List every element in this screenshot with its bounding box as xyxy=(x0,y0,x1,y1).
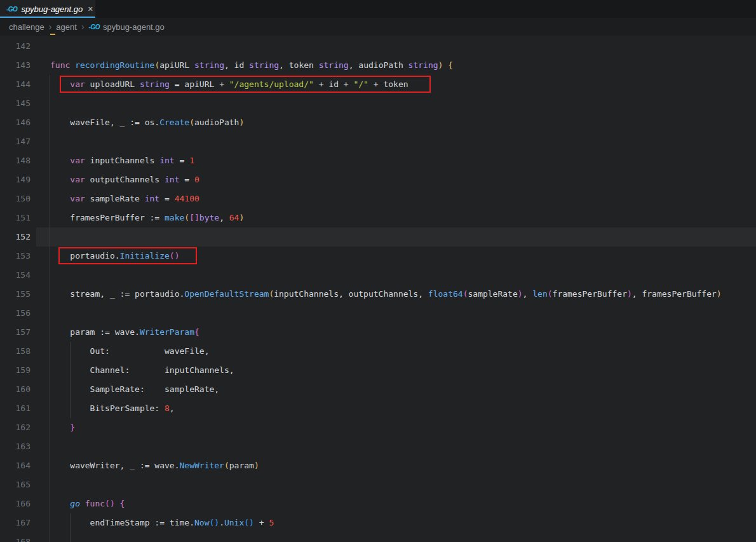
code-line[interactable]: 148 var inputChannels int = 1 xyxy=(0,151,756,170)
line-number[interactable]: 149 xyxy=(0,170,40,189)
code-text: Out: waveFile, xyxy=(40,342,209,361)
code-text xyxy=(40,266,50,285)
code-line[interactable]: 150 var sampleRate int = 44100 xyxy=(0,189,756,208)
yellow-marker xyxy=(50,34,55,35)
code-text: waveFile, _ := os.Create(audioPath) xyxy=(40,113,244,132)
line-number[interactable]: 154 xyxy=(0,266,40,285)
line-number[interactable]: 153 xyxy=(0,247,40,266)
line-number[interactable]: 168 xyxy=(0,532,40,542)
line-number[interactable]: 145 xyxy=(0,94,40,113)
code-line[interactable]: 143func recordingRoutine(apiURL string, … xyxy=(0,56,756,75)
code-text: stream, _ := portaudio.OpenDefaultStream… xyxy=(40,285,722,304)
code-line[interactable]: 152 xyxy=(0,227,756,247)
code-line[interactable]: 149 var outputChannels int = 0 xyxy=(0,170,756,189)
line-number[interactable]: 162 xyxy=(0,418,40,437)
breadcrumb: challenge › agent › -GO spybug-agent.go xyxy=(0,18,756,36)
indent-guide xyxy=(50,75,50,542)
code-line[interactable]: 158 Out: waveFile, xyxy=(0,342,756,361)
code-text: SampleRate: sampleRate, xyxy=(40,380,219,399)
code-text: waveWriter, _ := wave.NewWriter(param) xyxy=(40,456,259,475)
code-line[interactable]: 146 waveFile, _ := os.Create(audioPath) xyxy=(0,113,756,132)
code-text: } xyxy=(40,418,75,437)
chevron-right-icon: › xyxy=(49,22,52,32)
close-icon[interactable]: × xyxy=(86,4,94,13)
code-text xyxy=(40,37,50,56)
code-text: param := wave.WriterParam{ xyxy=(40,323,199,342)
indent-guide xyxy=(70,513,71,542)
red-highlight-box xyxy=(60,76,431,93)
vscode-window: -GO spybug-agent.go × challenge › agent … xyxy=(0,0,756,542)
line-number[interactable]: 144 xyxy=(0,75,40,94)
code-line[interactable]: 162 } xyxy=(0,418,756,437)
code-line[interactable]: 163 xyxy=(0,437,756,456)
tab-strip: -GO spybug-agent.go × xyxy=(0,0,756,18)
go-icon: -GO xyxy=(6,6,17,13)
go-icon: -GO xyxy=(89,24,100,30)
code-line[interactable]: 159 Channel: inputChannels, xyxy=(0,361,756,380)
code-line[interactable]: 154 xyxy=(0,266,756,285)
line-number[interactable]: 148 xyxy=(0,151,40,170)
indent-guide xyxy=(70,342,71,418)
code-text: Channel: inputChannels, xyxy=(40,361,234,380)
code-line[interactable]: 160 SampleRate: sampleRate, xyxy=(0,380,756,399)
code-text xyxy=(40,94,50,113)
tab-spybug-agent[interactable]: -GO spybug-agent.go × xyxy=(0,0,95,18)
line-number[interactable]: 155 xyxy=(0,285,40,304)
code-text: BitsPerSample: 8, xyxy=(40,399,175,418)
line-number[interactable]: 146 xyxy=(0,113,40,132)
breadcrumb-item-agent[interactable]: agent xyxy=(56,22,77,32)
line-number[interactable]: 147 xyxy=(0,132,40,151)
line-number[interactable]: 167 xyxy=(0,513,40,532)
code-text: endTimeStamp := time.Now().Unix() + 5 xyxy=(40,513,274,532)
code-text: func recordingRoutine(apiURL string, id … xyxy=(40,56,453,75)
red-highlight-box xyxy=(58,247,197,264)
line-number[interactable]: 158 xyxy=(0,342,40,361)
line-number[interactable]: 160 xyxy=(0,380,40,399)
code-line[interactable]: 156 xyxy=(0,304,756,323)
line-number[interactable]: 156 xyxy=(0,304,40,323)
line-number[interactable]: 159 xyxy=(0,361,40,380)
tab-title: spybug-agent.go xyxy=(21,4,83,14)
code-line[interactable]: 142 xyxy=(0,37,756,56)
line-number[interactable]: 164 xyxy=(0,456,40,475)
code-line[interactable]: 164 waveWriter, _ := wave.NewWriter(para… xyxy=(0,456,756,475)
line-number[interactable]: 163 xyxy=(0,437,40,456)
chevron-right-icon: › xyxy=(81,22,84,32)
code-line[interactable]: 155 stream, _ := portaudio.OpenDefaultSt… xyxy=(0,285,756,304)
code-text xyxy=(40,227,50,247)
line-number[interactable]: 166 xyxy=(0,494,40,513)
code-text: var inputChannels int = 1 xyxy=(40,151,194,170)
code-line[interactable]: 167 endTimeStamp := time.Now().Unix() + … xyxy=(0,513,756,532)
code-text: framesPerBuffer := make([]byte, 64) xyxy=(40,208,244,227)
code-line[interactable]: 165 xyxy=(0,475,756,494)
code-line[interactable]: 151 framesPerBuffer := make([]byte, 64) xyxy=(0,208,756,227)
breadcrumb-item-file[interactable]: spybug-agent.go xyxy=(103,22,165,32)
code-text: var sampleRate int = 44100 xyxy=(40,189,199,208)
code-line[interactable]: 145 xyxy=(0,94,756,113)
code-line[interactable]: 147 xyxy=(0,132,756,151)
code-line[interactable]: 168 xyxy=(0,532,756,542)
breadcrumb-item-challenge[interactable]: challenge xyxy=(9,22,44,32)
code-line[interactable]: 161 BitsPerSample: 8, xyxy=(0,399,756,418)
code-text: var outputChannels int = 0 xyxy=(40,170,199,189)
code-text xyxy=(40,437,50,456)
line-number[interactable]: 157 xyxy=(0,323,40,342)
code-editor[interactable]: 142143func recordingRoutine(apiURL strin… xyxy=(0,36,756,542)
code-line[interactable]: 157 param := wave.WriterParam{ xyxy=(0,323,756,342)
line-number[interactable]: 143 xyxy=(0,56,40,75)
code-text xyxy=(40,475,50,494)
code-text xyxy=(40,532,50,542)
line-number[interactable]: 152 xyxy=(0,227,40,247)
code-text xyxy=(40,304,50,323)
code-text xyxy=(40,132,50,151)
code-text: go func() { xyxy=(40,494,125,513)
line-number[interactable]: 161 xyxy=(0,399,40,418)
line-number[interactable]: 142 xyxy=(0,37,40,56)
line-number[interactable]: 165 xyxy=(0,475,40,494)
code-line[interactable]: 166 go func() { xyxy=(0,494,756,513)
line-number[interactable]: 150 xyxy=(0,189,40,208)
line-number[interactable]: 151 xyxy=(0,208,40,227)
